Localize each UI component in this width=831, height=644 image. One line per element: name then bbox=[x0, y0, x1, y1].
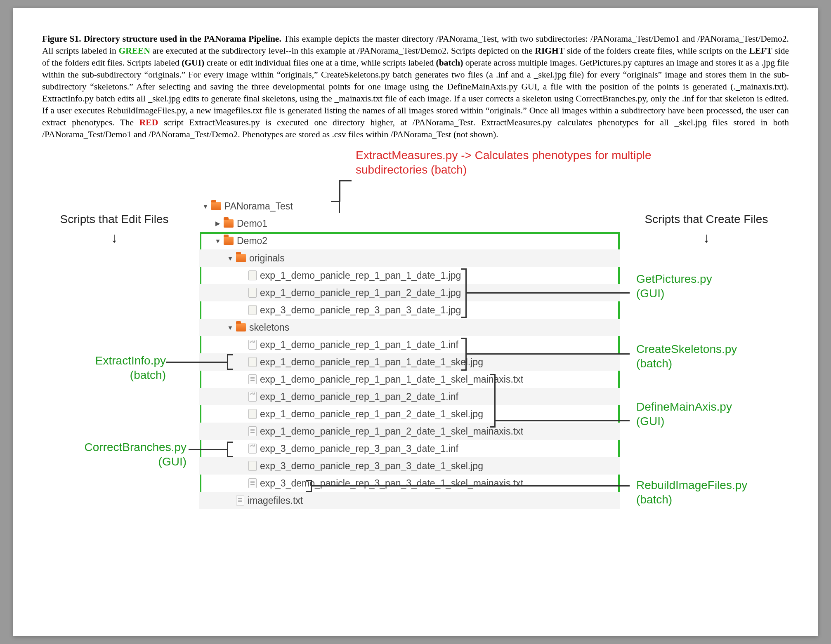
folder-icon bbox=[236, 254, 246, 262]
getpictures-bracket bbox=[461, 268, 467, 318]
file-label: exp_1_demo_panicle_rep_1_pan_1_date_1_sk… bbox=[260, 357, 483, 368]
rebuild-bracket bbox=[306, 480, 312, 492]
definemainaxis-bracket bbox=[490, 374, 496, 428]
tree-row-file[interactable]: exp_3_demo_panicle_rep_3_pan_3_date_1.jp… bbox=[199, 301, 620, 319]
file-label: exp_3_demo_panicle_rep_3_pan_3_date_1_sk… bbox=[260, 478, 523, 489]
txt-file-icon bbox=[248, 426, 257, 436]
getpictures-annotation: GetPictures.py (GUI) bbox=[636, 272, 712, 301]
file-label: exp_3_demo_panicle_rep_3_pan_3_date_1_sk… bbox=[260, 461, 483, 472]
jpg-file-icon bbox=[248, 357, 257, 367]
extractinfo-l2: (batch) bbox=[130, 369, 166, 381]
disclosure-triangle-icon[interactable] bbox=[214, 220, 222, 227]
tree-row-demo2[interactable]: Demo2 bbox=[199, 232, 620, 249]
tree-row-originals[interactable]: originals bbox=[199, 249, 620, 267]
createskeletons-connector bbox=[467, 353, 630, 355]
diagram-area: ExtractMeasures.py -> Calculates phenoty… bbox=[42, 148, 789, 593]
scripts-create-text: Scripts that Create Files bbox=[645, 213, 768, 226]
extractinfo-bracket bbox=[227, 354, 233, 370]
folder-label: originals bbox=[249, 253, 285, 264]
getpictures-l1: GetPictures.py bbox=[636, 273, 712, 285]
red-word: RED bbox=[139, 118, 158, 127]
tree-row-file[interactable]: exp_1_demo_panicle_rep_1_pan_2_date_1.in… bbox=[199, 388, 620, 405]
tree-row-file[interactable]: exp_3_demo_panicle_rep_3_pan_3_date_1.in… bbox=[199, 440, 620, 457]
file-label: exp_1_demo_panicle_rep_1_pan_2_date_1.in… bbox=[260, 391, 458, 402]
folder-icon bbox=[224, 219, 234, 228]
disclosure-triangle-icon[interactable] bbox=[214, 237, 222, 244]
inf-file-icon bbox=[248, 444, 257, 454]
file-label: exp_1_demo_panicle_rep_1_pan_1_date_1_sk… bbox=[260, 374, 523, 385]
txt-file-icon bbox=[248, 478, 257, 488]
jpg-file-icon bbox=[248, 409, 257, 419]
disclosure-triangle-icon[interactable] bbox=[226, 255, 234, 262]
tree-row-file[interactable]: exp_3_demo_panicle_rep_3_pan_3_date_1_sk… bbox=[199, 475, 620, 492]
file-label: exp_1_demo_panicle_rep_1_pan_1_date_1.jp… bbox=[260, 270, 461, 281]
correctbranches-annotation: CorrectBranches.py (GUI) bbox=[59, 440, 187, 469]
document-page: Figure S1. Directory structure used in t… bbox=[13, 8, 818, 636]
getpictures-l2: (GUI) bbox=[636, 287, 664, 300]
extractinfo-l1: ExtractInfo.py bbox=[95, 354, 166, 367]
correctbranches-l1: CorrectBranches.py bbox=[85, 441, 187, 454]
scripts-create-heading: Scripts that Create Files ↓ bbox=[632, 212, 781, 247]
folder-icon bbox=[236, 323, 246, 331]
tree-row-file[interactable]: exp_1_demo_panicle_rep_1_pan_1_date_1_sk… bbox=[199, 353, 620, 371]
caption-text-5: create or edit individual files one at a… bbox=[204, 58, 436, 68]
correctbranches-connector bbox=[189, 449, 227, 450]
gui-word: (GUI) bbox=[182, 58, 204, 68]
file-label: exp_3_demo_panicle_rep_3_pan_3_date_1.jp… bbox=[260, 305, 461, 316]
file-label: exp_1_demo_panicle_rep_1_pan_2_date_1_sk… bbox=[260, 426, 523, 437]
tree-row-file[interactable]: exp_3_demo_panicle_rep_3_pan_3_date_1_sk… bbox=[199, 457, 620, 475]
definemainaxis-connector bbox=[496, 420, 630, 421]
tree-row-imagefiles[interactable]: imagefiles.txt bbox=[199, 492, 620, 509]
tree-row-demo1[interactable]: Demo1 bbox=[199, 215, 620, 232]
green-word: GREEN bbox=[118, 46, 150, 56]
folder-label: skeletons bbox=[249, 322, 289, 333]
batch-word: (batch) bbox=[436, 58, 463, 68]
rebuild-l1: RebuildImageFiles.py bbox=[636, 479, 747, 491]
folder-icon bbox=[224, 237, 234, 245]
caption-text-3: side of the folders create files, while … bbox=[564, 46, 749, 56]
folder-icon bbox=[211, 202, 221, 210]
createskeletons-bracket bbox=[461, 338, 467, 371]
left-word: LEFT bbox=[749, 46, 772, 56]
folder-label: PANorama_Test bbox=[224, 201, 293, 212]
scripts-edit-heading: Scripts that Edit Files ↓ bbox=[46, 212, 182, 247]
file-label: exp_1_demo_panicle_rep_1_pan_2_date_1.jp… bbox=[260, 287, 461, 298]
arrow-down-icon: ↓ bbox=[632, 229, 781, 247]
extract-measures-text: ExtractMeasures.py -> Calculates phenoty… bbox=[356, 149, 652, 176]
arrow-down-icon: ↓ bbox=[46, 229, 182, 247]
file-label: exp_3_demo_panicle_rep_3_pan_3_date_1.in… bbox=[260, 443, 458, 454]
txt-file-icon bbox=[236, 496, 244, 505]
folder-label: Demo1 bbox=[237, 218, 267, 229]
txt-file-icon bbox=[248, 374, 257, 384]
rebuild-connector bbox=[312, 485, 630, 487]
tree-row-file[interactable]: exp_1_demo_panicle_rep_1_pan_2_date_1_sk… bbox=[199, 423, 620, 440]
folder-label: Demo2 bbox=[237, 235, 267, 247]
jpg-file-icon bbox=[248, 305, 257, 315]
scripts-edit-text: Scripts that Edit Files bbox=[60, 213, 169, 226]
tree-row-root[interactable]: PANorama_Test bbox=[199, 197, 620, 215]
file-label: exp_1_demo_panicle_rep_1_pan_1_date_1.in… bbox=[260, 339, 458, 350]
file-label: exp_1_demo_panicle_rep_1_pan_2_date_1_sk… bbox=[260, 409, 483, 420]
correctbranches-bracket bbox=[227, 442, 233, 457]
tree-row-file[interactable]: exp_1_demo_panicle_rep_1_pan_1_date_1.in… bbox=[199, 336, 620, 353]
right-word: RIGHT bbox=[535, 46, 564, 56]
tree-row-skeletons[interactable]: skeletons bbox=[199, 319, 620, 336]
extract-measures-annotation: ExtractMeasures.py -> Calculates phenoty… bbox=[356, 148, 702, 177]
inf-file-icon bbox=[248, 340, 257, 350]
inf-file-icon bbox=[248, 392, 257, 402]
definemainaxis-l1: DefineMainAxis.py bbox=[636, 400, 732, 413]
extractinfo-connector bbox=[166, 362, 227, 363]
extractinfo-annotation: ExtractInfo.py (batch) bbox=[79, 353, 166, 382]
tree-row-file[interactable]: exp_1_demo_panicle_rep_1_pan_1_date_1_sk… bbox=[199, 371, 620, 388]
jpg-file-icon bbox=[248, 288, 257, 298]
rebuild-annotation: RebuildImageFiles.py (batch) bbox=[636, 478, 747, 507]
figure-caption: Figure S1. Directory structure used in t… bbox=[42, 33, 789, 141]
disclosure-triangle-icon[interactable] bbox=[201, 203, 210, 210]
createskeletons-annotation: CreateSkeletons.py (batch) bbox=[636, 342, 737, 371]
createskeletons-l2: (batch) bbox=[636, 357, 672, 370]
tree-row-file[interactable]: exp_1_demo_panicle_rep_1_pan_1_date_1.jp… bbox=[199, 267, 620, 284]
file-label: imagefiles.txt bbox=[248, 495, 303, 506]
jpg-file-icon bbox=[248, 461, 257, 471]
caption-text-6: operate across multiple images. GetPictu… bbox=[42, 58, 789, 127]
disclosure-triangle-icon[interactable] bbox=[226, 324, 234, 331]
